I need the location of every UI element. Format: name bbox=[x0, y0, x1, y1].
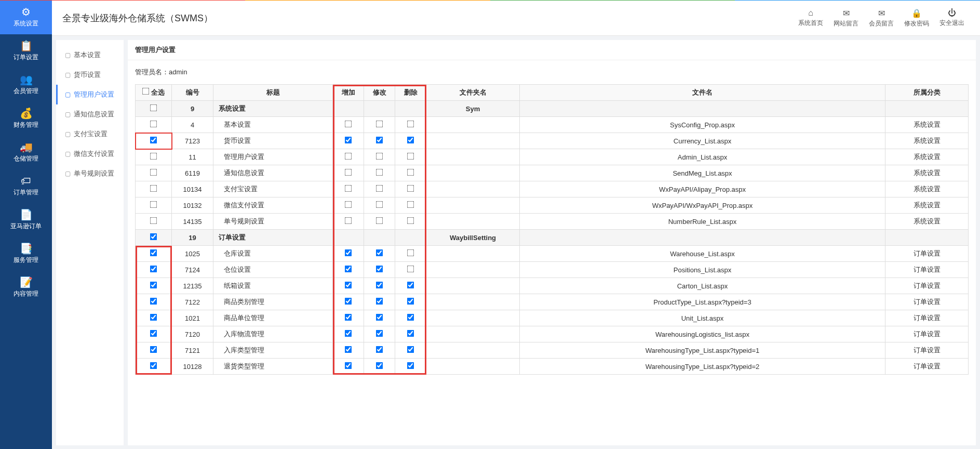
row-select-checkbox[interactable] bbox=[150, 362, 157, 369]
row-select-checkbox[interactable] bbox=[150, 121, 157, 128]
cell-category: 系统设置 bbox=[885, 197, 969, 214]
perm-add-checkbox[interactable] bbox=[345, 201, 352, 208]
perm-del-checkbox[interactable] bbox=[407, 185, 414, 192]
perm-del-checkbox[interactable] bbox=[407, 217, 414, 224]
perm-del-checkbox[interactable] bbox=[407, 201, 414, 208]
perm-add-checkbox[interactable] bbox=[345, 330, 352, 337]
row-select-checkbox[interactable] bbox=[150, 217, 157, 224]
row-select-checkbox[interactable] bbox=[150, 282, 157, 289]
row-select-checkbox[interactable] bbox=[150, 169, 157, 176]
row-select-checkbox[interactable] bbox=[150, 153, 157, 160]
main-nav-item[interactable]: 📄亚马逊订单 bbox=[0, 203, 52, 237]
perm-del-checkbox[interactable] bbox=[407, 298, 414, 305]
perm-edit-checkbox[interactable] bbox=[376, 330, 383, 337]
sub-nav-item[interactable]: ▢货币设置 bbox=[56, 65, 124, 85]
cell-edit bbox=[364, 101, 395, 117]
perm-add-checkbox[interactable] bbox=[345, 362, 352, 369]
perm-add-checkbox[interactable] bbox=[345, 266, 352, 273]
perm-edit-checkbox[interactable] bbox=[376, 298, 383, 305]
perm-edit-checkbox[interactable] bbox=[376, 185, 383, 192]
perm-edit-checkbox[interactable] bbox=[376, 217, 383, 224]
top-link[interactable]: 🔒修改密码 bbox=[899, 8, 934, 28]
top-link[interactable]: ⏻安全退出 bbox=[934, 8, 970, 28]
row-select-checkbox[interactable] bbox=[150, 185, 157, 192]
row-select-checkbox[interactable] bbox=[150, 249, 157, 257]
main-nav-item[interactable]: 🏷订单管理 bbox=[0, 169, 52, 203]
perm-add-checkbox[interactable] bbox=[345, 249, 352, 257]
cell-add bbox=[333, 310, 364, 326]
row-select-checkbox[interactable] bbox=[150, 137, 157, 144]
perm-del-checkbox[interactable] bbox=[407, 330, 414, 337]
select-all-header[interactable]: 全选 bbox=[142, 88, 165, 96]
nav-label: 订单设置 bbox=[14, 54, 38, 61]
cell-folder: WaybillSetting bbox=[426, 230, 520, 246]
cell-del bbox=[395, 133, 426, 149]
nav-icon: 📑 bbox=[0, 243, 52, 254]
perm-edit-checkbox[interactable] bbox=[376, 314, 383, 321]
nav-label: 亚马逊订单 bbox=[10, 222, 42, 230]
perm-del-checkbox[interactable] bbox=[407, 362, 414, 369]
perm-add-checkbox[interactable] bbox=[345, 169, 352, 176]
main-nav-item[interactable]: ⚙系统设置 bbox=[0, 1, 52, 34]
perm-edit-checkbox[interactable] bbox=[376, 266, 383, 273]
perm-add-checkbox[interactable] bbox=[345, 298, 352, 305]
nav-icon: 📋 bbox=[0, 41, 52, 51]
row-select-checkbox[interactable] bbox=[150, 298, 157, 305]
sub-nav-item[interactable]: ▢单号规则设置 bbox=[56, 164, 124, 183]
cell-edit bbox=[364, 246, 395, 262]
perm-del-checkbox[interactable] bbox=[407, 314, 414, 321]
top-link[interactable]: ✉会员留言 bbox=[864, 8, 899, 28]
sub-nav-item[interactable]: ▢微信支付设置 bbox=[56, 144, 124, 164]
row-select-checkbox[interactable] bbox=[150, 314, 157, 321]
main-nav-item[interactable]: 👥会员管理 bbox=[0, 68, 52, 102]
perm-add-checkbox[interactable] bbox=[345, 121, 352, 128]
perm-edit-checkbox[interactable] bbox=[376, 346, 383, 353]
perm-add-checkbox[interactable] bbox=[345, 153, 352, 160]
perm-edit-checkbox[interactable] bbox=[376, 201, 383, 208]
perm-del-checkbox[interactable] bbox=[407, 282, 414, 289]
main-nav-item[interactable]: 📝内容管理 bbox=[0, 271, 52, 305]
perm-add-checkbox[interactable] bbox=[345, 217, 352, 224]
perm-edit-checkbox[interactable] bbox=[376, 282, 383, 289]
perm-edit-checkbox[interactable] bbox=[376, 137, 383, 144]
cell-add bbox=[333, 342, 364, 359]
perm-add-checkbox[interactable] bbox=[345, 346, 352, 353]
perm-del-checkbox[interactable] bbox=[407, 153, 414, 160]
perm-del-checkbox[interactable] bbox=[407, 169, 414, 176]
perm-add-checkbox[interactable] bbox=[345, 185, 352, 192]
sub-nav-item[interactable]: ▢管理用户设置 bbox=[56, 85, 124, 104]
perm-edit-checkbox[interactable] bbox=[376, 153, 383, 160]
perm-edit-checkbox[interactable] bbox=[376, 249, 383, 257]
perm-del-checkbox[interactable] bbox=[407, 249, 414, 257]
main-nav-item[interactable]: 📑服务管理 bbox=[0, 237, 52, 271]
perm-del-checkbox[interactable] bbox=[407, 346, 414, 353]
perm-add-checkbox[interactable] bbox=[345, 314, 352, 321]
main-nav-item[interactable]: 📋订单设置 bbox=[0, 34, 52, 68]
sub-nav-item[interactable]: ▢通知信息设置 bbox=[56, 104, 124, 124]
top-link-label: 网站留言 bbox=[834, 20, 858, 27]
row-select-checkbox[interactable] bbox=[150, 266, 157, 273]
document-icon: ▢ bbox=[65, 111, 71, 118]
row-select-checkbox[interactable] bbox=[150, 233, 157, 241]
sub-nav-item[interactable]: ▢基本设置 bbox=[56, 45, 124, 65]
perm-del-checkbox[interactable] bbox=[407, 266, 414, 273]
perm-del-checkbox[interactable] bbox=[407, 121, 414, 128]
perm-add-checkbox[interactable] bbox=[345, 137, 352, 144]
main-nav-item[interactable]: 🚚仓储管理 bbox=[0, 136, 52, 169]
top-link[interactable]: ✉网站留言 bbox=[828, 8, 864, 28]
top-link[interactable]: ⌂系统首页 bbox=[793, 8, 828, 28]
row-select-checkbox[interactable] bbox=[150, 201, 157, 208]
cell-file: Unit_List.aspx bbox=[520, 310, 885, 326]
main-nav-item[interactable]: 💰财务管理 bbox=[0, 102, 52, 136]
cell-id: 10128 bbox=[172, 359, 213, 375]
row-select-checkbox[interactable] bbox=[150, 346, 157, 353]
perm-edit-checkbox[interactable] bbox=[376, 169, 383, 176]
perm-del-checkbox[interactable] bbox=[407, 137, 414, 144]
perm-edit-checkbox[interactable] bbox=[376, 121, 383, 128]
perm-edit-checkbox[interactable] bbox=[376, 362, 383, 369]
select-all-checkbox[interactable] bbox=[142, 88, 150, 95]
row-select-checkbox[interactable] bbox=[150, 104, 157, 112]
row-select-checkbox[interactable] bbox=[150, 330, 157, 337]
sub-nav-item[interactable]: ▢支付宝设置 bbox=[56, 124, 124, 144]
perm-add-checkbox[interactable] bbox=[345, 282, 352, 289]
